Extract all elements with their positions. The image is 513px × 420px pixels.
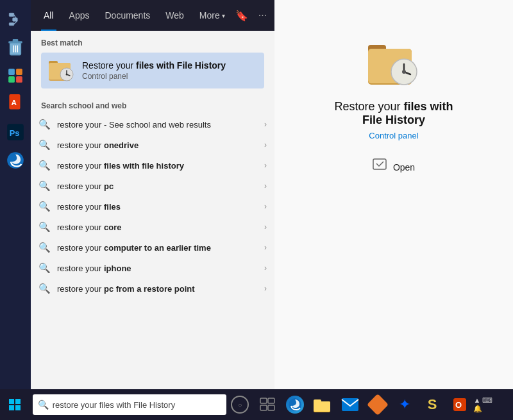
web-item-text: restore your onedrive <box>57 140 258 150</box>
lightning-icon: S <box>428 396 437 413</box>
list-item[interactable]: 🔍 restore your computer to an earlier ti… <box>31 237 274 258</box>
open-icon <box>373 158 388 176</box>
ellipsis-icon[interactable]: ··· <box>256 7 269 24</box>
tab-web[interactable]: Web <box>158 0 192 31</box>
preview-panel: Restore your files with File History Con… <box>274 0 513 389</box>
svg-rect-35 <box>9 399 14 404</box>
open-label: Open <box>393 162 415 172</box>
taskbar-search-box[interactable]: 🔍 <box>33 394 226 415</box>
lightning-button[interactable]: S <box>419 389 446 420</box>
sidebar-icon-photoshop[interactable]: Ps <box>3 119 28 145</box>
office-button[interactable]: O <box>446 389 474 420</box>
tab-all[interactable]: All <box>36 0 62 31</box>
system-tray: ▲ ⌨ 🔔 <box>473 396 513 413</box>
taskbar-search-icon: 🔍 <box>38 399 49 410</box>
file-explorer-button[interactable] <box>308 389 336 420</box>
tab-action-icons: 🔖 ··· <box>233 7 269 24</box>
chevron-right-icon: › <box>264 120 267 129</box>
orange-diamond-icon <box>367 394 389 416</box>
web-item-text: restore your - See school and web result… <box>57 120 258 130</box>
search-tabs: All Apps Documents Web More ▾ 🔖 ··· <box>31 0 274 31</box>
best-match-title: Restore your files with File History <box>82 60 256 71</box>
web-item-text: restore your iphone <box>57 264 258 273</box>
desktop: A Ps All <box>0 0 513 420</box>
folder-icon <box>314 396 332 413</box>
system-tray-text: ▲ ⌨ 🔔 <box>473 396 503 413</box>
office-icon: O <box>452 397 467 412</box>
svg-rect-0 <box>9 13 14 16</box>
chevron-right-icon: › <box>264 243 267 252</box>
best-match-text: Restore your files with File History Con… <box>82 60 256 81</box>
desktop-sidebar: A Ps <box>0 0 31 389</box>
svg-text:O: O <box>455 400 462 410</box>
search-icon: 🔍 <box>38 221 51 233</box>
svg-text:Ps: Ps <box>10 128 20 138</box>
sidebar-icon-ms-edge[interactable] <box>3 147 28 173</box>
bing-button[interactable] <box>364 389 391 420</box>
mail-icon <box>341 398 359 412</box>
search-panel: All Apps Documents Web More ▾ 🔖 ··· <box>31 0 274 389</box>
search-icon: 🔍 <box>38 139 51 151</box>
cortana-button[interactable]: ○ <box>226 389 254 420</box>
web-section: Search school and web 🔍 restore your - S… <box>31 94 274 304</box>
preview-subtitle: Control panel <box>369 131 418 140</box>
chevron-right-icon: › <box>264 223 267 231</box>
list-item[interactable]: 🔍 restore your onedrive › <box>31 135 274 155</box>
task-view-button[interactable] <box>254 389 282 420</box>
taskbar-search-input[interactable] <box>53 400 221 410</box>
svg-rect-41 <box>260 405 267 410</box>
best-match-item[interactable]: Restore your files with File History Con… <box>41 53 264 88</box>
tab-apps[interactable]: Apps <box>62 0 97 31</box>
open-button[interactable]: Open <box>367 156 420 178</box>
chevron-right-icon: › <box>264 161 267 170</box>
web-item-text: restore your pc <box>57 181 258 191</box>
chevron-right-icon: › <box>264 181 267 190</box>
best-match-section: Best match <box>31 31 274 94</box>
tab-more[interactable]: More ▾ <box>192 0 233 31</box>
chevron-right-icon: › <box>264 140 267 149</box>
web-item-text: restore your computer to an earlier time <box>57 243 258 253</box>
svg-rect-46 <box>314 401 330 412</box>
web-item-text: restore your files with file history <box>57 161 258 171</box>
best-match-label: Best match <box>41 38 264 47</box>
mail-button[interactable] <box>336 389 364 420</box>
dropbox-button[interactable]: ✦ <box>391 389 419 420</box>
sidebar-icon-network[interactable] <box>3 6 28 32</box>
list-item[interactable]: 🔍 restore your files › <box>31 196 274 217</box>
list-item[interactable]: 🔍 restore your files with file history › <box>31 155 274 176</box>
chevron-right-icon: › <box>264 284 267 293</box>
list-item[interactable]: 🔍 restore your core › <box>31 217 274 237</box>
svg-rect-14 <box>16 76 22 83</box>
search-icon: 🔍 <box>38 160 51 171</box>
list-item[interactable]: 🔍 restore your pc from a restore point › <box>31 278 274 299</box>
start-button[interactable] <box>0 389 30 420</box>
list-item[interactable]: 🔍 restore your - See school and web resu… <box>31 114 274 135</box>
svg-rect-37 <box>9 405 14 410</box>
svg-rect-34 <box>373 159 386 169</box>
tab-documents[interactable]: Documents <box>97 0 158 31</box>
sidebar-icon-recycle-bin[interactable] <box>3 35 28 60</box>
pin-icon[interactable]: 🔖 <box>233 7 251 24</box>
preview-icon <box>368 38 419 90</box>
sidebar-icon-control-panel[interactable] <box>3 63 28 88</box>
web-item-text: restore your files <box>57 202 258 212</box>
sidebar-icon-adobe-acrobat[interactable]: A <box>3 91 28 117</box>
chevron-down-icon: ▾ <box>222 12 225 19</box>
svg-rect-11 <box>8 69 15 75</box>
svg-rect-38 <box>15 405 21 410</box>
preview-title: Restore your files with File History <box>323 100 464 127</box>
search-icon: 🔍 <box>38 201 51 212</box>
list-item[interactable]: 🔍 restore your pc › <box>31 176 274 196</box>
svg-rect-39 <box>260 398 267 403</box>
start-menu: All Apps Documents Web More ▾ 🔖 ··· <box>31 0 513 389</box>
search-icon: 🔍 <box>38 283 51 294</box>
list-item[interactable]: 🔍 restore your iphone › <box>31 258 274 278</box>
search-icon: 🔍 <box>38 119 51 130</box>
svg-text:A: A <box>12 98 17 106</box>
svg-rect-42 <box>268 405 274 410</box>
taskbar: 🔍 ○ <box>0 389 513 420</box>
file-history-icon <box>49 58 74 83</box>
svg-rect-13 <box>8 76 15 83</box>
search-icon: 🔍 <box>38 180 51 192</box>
edge-taskbar-button[interactable] <box>282 389 309 420</box>
